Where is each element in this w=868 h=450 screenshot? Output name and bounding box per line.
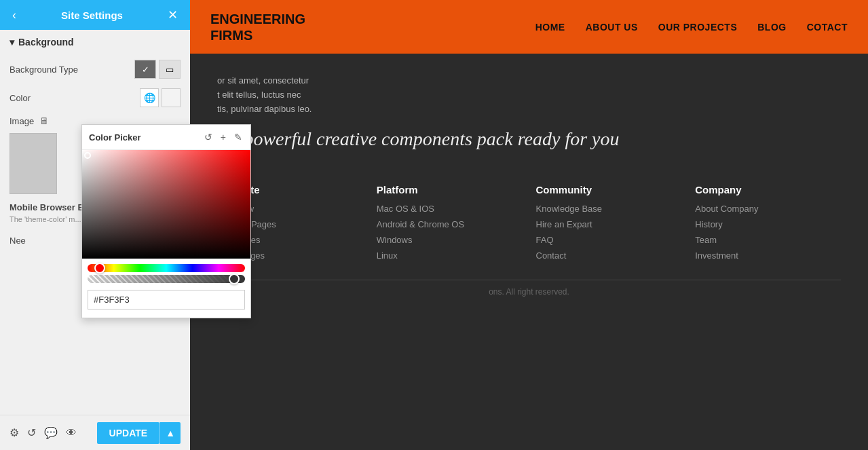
- cp-hue-bar[interactable]: [88, 264, 245, 272]
- footer-item-windows[interactable]: Windows: [377, 235, 523, 245]
- color-swatch[interactable]: [162, 88, 181, 107]
- footer-item-knowledge[interactable]: Knowledge Base: [536, 204, 682, 214]
- chevron-icon: ▾: [10, 37, 14, 48]
- update-group: UPDATE ▲: [97, 422, 181, 444]
- logo-line1: ENGINEERING: [210, 11, 305, 27]
- nav-home[interactable]: HOME: [535, 22, 565, 33]
- cp-hex-input[interactable]: [88, 290, 245, 310]
- cp-header: Color Picker ↺ + ✎: [82, 125, 250, 150]
- footer-item-mac[interactable]: Mac OS & IOS: [377, 204, 523, 214]
- logo-line2: FIRMS: [210, 27, 305, 43]
- image-label: Image: [10, 116, 34, 126]
- footer-col-community: Community Knowledge Base Hire an Expart …: [536, 184, 682, 266]
- footer-grid: Navigate Overview Landing Pages App Page…: [217, 184, 841, 266]
- monitor-icon: 🖥: [39, 115, 49, 126]
- color-controls: 🌐: [140, 88, 181, 107]
- close-button[interactable]: ✕: [164, 5, 182, 25]
- footer-item-faq[interactable]: FAQ: [536, 235, 682, 245]
- type-buttons: ✓ ▭: [134, 60, 181, 79]
- background-label: Background: [18, 37, 74, 48]
- footer-content: Navigate Overview Landing Pages App Page…: [190, 170, 868, 310]
- nav-links: HOME ABOUT US OUR PROJECTS BLOG COTACT: [535, 22, 848, 33]
- cp-title: Color Picker: [89, 132, 141, 143]
- footer-company-title: Company: [695, 184, 841, 195]
- footer-col-company: Company About Company History Team Inves…: [695, 184, 841, 266]
- background-section-header[interactable]: ▾ Background: [0, 30, 190, 54]
- hero-tagline: - A powerful creative components pack re…: [217, 128, 841, 150]
- cp-eyedropper-button[interactable]: ✎: [233, 130, 244, 144]
- right-content: ENGINEERING FIRMS HOME ABOUT US OUR PROJ…: [190, 0, 868, 450]
- footer-col-platform: Platform Mac OS & IOS Android & Chrome O…: [377, 184, 523, 266]
- comment-icon-button[interactable]: 💬: [44, 426, 58, 439]
- need-label: Nee: [10, 236, 26, 246]
- nav-contact[interactable]: COTACT: [807, 22, 848, 33]
- globe-icon-button[interactable]: 🌐: [140, 88, 159, 107]
- color-picker-popup: Color Picker ↺ + ✎: [81, 124, 251, 318]
- type-btn-image[interactable]: ▭: [159, 60, 181, 79]
- nav-about[interactable]: ABOUT US: [586, 22, 638, 33]
- nav-projects[interactable]: OUR PROJECTS: [658, 22, 737, 33]
- cp-header-icons: ↺ + ✎: [203, 130, 244, 144]
- color-row: Color 🌐: [0, 84, 190, 111]
- type-btn-solid[interactable]: ✓: [134, 60, 156, 79]
- history-icon-button[interactable]: ↺: [27, 426, 36, 439]
- footer-item-android[interactable]: Android & Chrome OS: [377, 219, 523, 229]
- update-arrow-button[interactable]: ▲: [159, 422, 181, 444]
- bg-type-row: Background Type ✓ ▭: [0, 54, 190, 84]
- cp-add-button[interactable]: +: [219, 130, 227, 144]
- footer-item-history[interactable]: History: [695, 219, 841, 229]
- cp-reset-button[interactable]: ↺: [203, 130, 214, 144]
- footer-platform-title: Platform: [377, 184, 523, 195]
- footer-item-linux[interactable]: Linux: [377, 250, 523, 261]
- lorem-text: or sit amet, consecteturt elit tellus, l…: [217, 74, 421, 116]
- preview-icon-button[interactable]: 👁: [66, 426, 77, 439]
- panel-header: ‹ Site Settings ✕: [0, 0, 190, 30]
- footer-icons: ⚙ ↺ 💬 👁: [10, 426, 77, 439]
- left-panel: ‹ Site Settings ✕ ▾ Background Backgroun…: [0, 0, 190, 450]
- cp-alpha-handle: [229, 274, 240, 284]
- site-nav: ENGINEERING FIRMS HOME ABOUT US OUR PROJ…: [190, 0, 868, 54]
- footer-copyright: ons. All right reserved.: [217, 280, 841, 297]
- cp-alpha-bg: [88, 275, 245, 283]
- bg-type-label: Background Type: [10, 64, 78, 75]
- image-preview[interactable]: [10, 133, 57, 194]
- hero-section: or sit amet, consecteturt elit tellus, l…: [190, 54, 868, 170]
- site-logo: ENGINEERING FIRMS: [210, 11, 305, 43]
- footer-item-contact[interactable]: Contact: [536, 250, 682, 261]
- footer-community-title: Community: [536, 184, 682, 195]
- nav-blog[interactable]: BLOG: [757, 22, 786, 33]
- cp-gradient-overlay: [82, 150, 250, 259]
- footer-item-about-company[interactable]: About Company: [695, 204, 841, 214]
- cp-hue-handle: [94, 263, 105, 274]
- panel-footer: ⚙ ↺ 💬 👁 UPDATE ▲: [0, 415, 190, 450]
- footer-item-team[interactable]: Team: [695, 235, 841, 245]
- back-button[interactable]: ‹: [8, 5, 20, 25]
- color-label: Color: [10, 93, 31, 103]
- cp-gradient-area[interactable]: [82, 150, 250, 259]
- cp-alpha-bar[interactable]: [88, 275, 245, 283]
- update-button[interactable]: UPDATE: [97, 422, 160, 444]
- footer-item-hire[interactable]: Hire an Expart: [536, 219, 682, 229]
- panel-title: Site Settings: [20, 10, 164, 21]
- settings-icon-button[interactable]: ⚙: [10, 426, 19, 439]
- footer-item-investment[interactable]: Investment: [695, 250, 841, 261]
